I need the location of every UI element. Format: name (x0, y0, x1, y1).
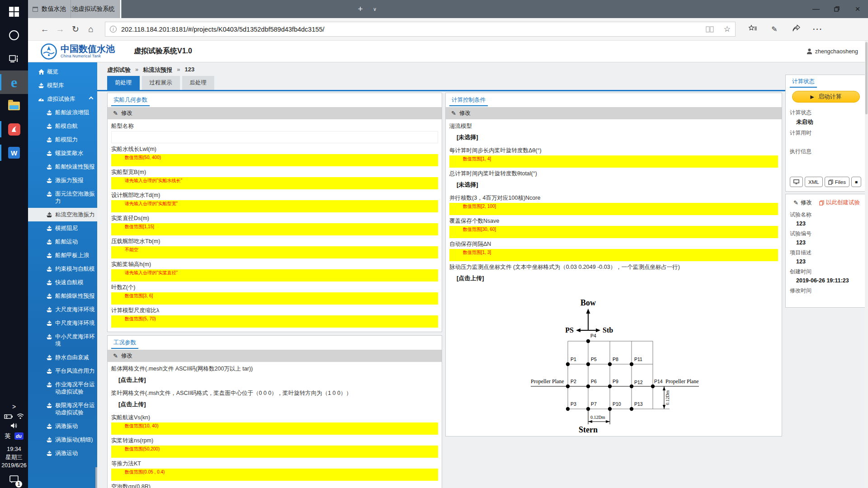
breadcrumb-item[interactable]: 123 (184, 66, 194, 74)
field-input[interactable]: 数值范围[1, 4] (449, 155, 778, 168)
more-options-icon[interactable]: ··· (807, 25, 829, 33)
start-button[interactable] (0, 0, 28, 23)
field-input[interactable]: 数值范围[3, 6] (111, 292, 438, 305)
new-tab-button[interactable]: + (353, 0, 368, 18)
field-input[interactable]: 数值范围(10, 40) (111, 422, 438, 435)
geometry-edit-bar[interactable]: ✎修改 (108, 107, 442, 119)
control-edit-bar[interactable]: ✎修改 (446, 107, 782, 119)
close-button[interactable]: × (847, 0, 868, 18)
field-input[interactable]: 请先输入合理的"实船水线长" (111, 177, 438, 189)
sidebar-item[interactable]: 船舶运动 (28, 235, 97, 249)
browser-tab[interactable]: 数值水池 (28, 0, 71, 18)
field-select[interactable]: [未选择] (449, 131, 778, 145)
taskbar-pdf-reader-button[interactable] (0, 117, 28, 141)
xml-button[interactable]: XML (805, 177, 823, 187)
show-hidden-icons-chevron[interactable]: > (12, 403, 16, 410)
field-select[interactable]: [未选择] (449, 178, 778, 192)
sidebar-item[interactable]: 中小尺度海洋环境 (28, 330, 97, 351)
field-input[interactable] (111, 131, 438, 143)
create-from-this-button[interactable]: 以此创建试验 (819, 199, 860, 206)
sidebar-item[interactable]: 船模阻力 (28, 133, 97, 146)
restore-button[interactable] (826, 0, 847, 18)
sidebar-item[interactable]: 中尺度海洋环境 (28, 316, 97, 330)
sidebar-item[interactable]: 模型库 (28, 79, 97, 92)
field-input[interactable]: 数值范围(5, 70) (111, 315, 438, 328)
breadcrumb-item[interactable]: 虚拟试验 (107, 66, 131, 74)
sidebar-item[interactable]: 船舶操纵性预报 (28, 289, 97, 303)
sidebar-item[interactable]: 船舶波浪增阻 (28, 106, 97, 119)
hub-favorites-icon[interactable] (742, 25, 764, 33)
field-input[interactable]: 数值范围[30, 60] (449, 226, 778, 238)
taskbar-explorer-button[interactable] (0, 94, 28, 117)
field-input[interactable]: 数值范围[2, 100] (449, 203, 778, 215)
language-indicator[interactable]: 英 (5, 432, 11, 440)
sidebar-item[interactable]: 静水自由衰减 (28, 351, 97, 364)
field-input[interactable]: 数值范围(50, 400) (111, 154, 438, 166)
task-view-button[interactable] (0, 47, 28, 70)
home-button[interactable]: ⌂ (83, 24, 99, 34)
sidebar-item[interactable]: 快速自航模 (28, 276, 97, 289)
breadcrumb-item[interactable]: 粘流法预报 (143, 66, 172, 74)
field-input[interactable]: 不能空 (111, 246, 438, 258)
page-tab[interactable]: 过程展示 (142, 76, 180, 90)
ime-badge[interactable]: du (14, 432, 24, 440)
field-input[interactable]: 请先输入合理的"实桨直径" (111, 269, 438, 282)
sidebar-item[interactable]: 概览 (28, 65, 97, 79)
sidebar-item[interactable]: 涡激运动 (28, 446, 97, 460)
sidebar-item[interactable]: 平台风流作用力 (28, 364, 97, 378)
speaker-icon[interactable] (10, 422, 18, 429)
sidebar-item[interactable]: 涡激振动 (28, 419, 97, 433)
taskbar-edge-button[interactable]: e (0, 70, 28, 94)
forward-button[interactable]: → (52, 24, 68, 34)
sidebar-item[interactable]: 激振力预报 (28, 174, 97, 187)
field-input[interactable]: 数值范围(50,200) (111, 446, 438, 458)
field-input[interactable]: 请先输入合理的"实船型宽" (111, 200, 438, 212)
tab-dropdown-chevron[interactable]: ∨ (368, 0, 382, 18)
page-scrollbar[interactable] (865, 41, 868, 488)
sidebar-item[interactable]: 粘流空泡激振力 (28, 208, 97, 221)
upload-button[interactable]: [点击上传] (111, 398, 438, 412)
sidebar-item[interactable]: 船舶甲板上浪 (28, 249, 97, 262)
sidebar-item[interactable]: 船模自航 (28, 119, 97, 133)
field-input[interactable]: 数值范围[1,15] (111, 223, 438, 235)
geometry-params-link[interactable]: 实船几何参数 (111, 96, 150, 106)
url-field[interactable]: i 202.118.184.201:8181/#/projects/K0403/… (105, 22, 736, 37)
back-button[interactable]: ← (37, 24, 52, 34)
sidebar-item[interactable]: 螺旋桨敞水 (28, 146, 97, 160)
experiment-edit-button[interactable]: ✎修改 (793, 199, 812, 206)
sidebar-item[interactable]: 极限海况平台运动虚拟试验 (28, 399, 97, 419)
field-input[interactable]: 数值范围[1, 3] (449, 249, 778, 261)
sidebar-item[interactable]: 作业海况平台运动虚拟试验 (28, 378, 97, 399)
taskbar-w-app-button[interactable]: W (0, 141, 28, 164)
compute-status-link[interactable]: 计算状态 (790, 78, 817, 88)
action-center-button[interactable]: 1 (9, 475, 19, 485)
page-tab[interactable]: 前处理 (107, 76, 140, 90)
scrollbar-thumb[interactable] (865, 42, 868, 114)
annotate-pen-icon[interactable]: ✎ (764, 25, 785, 33)
minimize-button[interactable]: — (806, 0, 826, 18)
upload-button[interactable]: [点击上传] (111, 374, 438, 387)
reading-view-icon[interactable] (706, 26, 714, 33)
field-input[interactable]: 数值范围(0.05 , 0.4) (111, 469, 438, 481)
sidebar-item[interactable]: 涡激振动(精细) (28, 433, 97, 446)
site-info-icon[interactable]: i (110, 26, 117, 33)
sidebar-item[interactable]: 虚拟试验库 (28, 92, 97, 106)
stop-button[interactable]: ■ (851, 177, 861, 187)
compute-control-link[interactable]: 计算控制条件 (449, 96, 488, 106)
sidebar-item[interactable]: 面元法空泡激振力 (28, 187, 97, 208)
upload-button[interactable]: [点击上传] (449, 272, 778, 286)
favorites-star-icon[interactable]: ☆ (724, 24, 731, 34)
sidebar-item[interactable]: 约束模与自航模 (28, 262, 97, 276)
wifi-icon[interactable] (17, 413, 24, 419)
refresh-button[interactable]: ↻ (68, 24, 83, 34)
battery-icon[interactable] (4, 414, 13, 419)
page-tab[interactable]: 后处理 (182, 76, 215, 90)
taskbar-clock[interactable]: 19:34 星期三 2019/6/26 (1, 445, 27, 469)
user-menu[interactable]: zhengchaosheng (807, 48, 858, 55)
files-button[interactable]: Files (825, 177, 849, 187)
sidebar-item[interactable]: 船舶快速性预报 (28, 160, 97, 174)
console-button[interactable] (790, 177, 803, 187)
cortana-button[interactable] (0, 23, 28, 47)
share-icon[interactable] (785, 25, 807, 33)
sidebar-item[interactable]: 横摇阻尼 (28, 221, 97, 235)
